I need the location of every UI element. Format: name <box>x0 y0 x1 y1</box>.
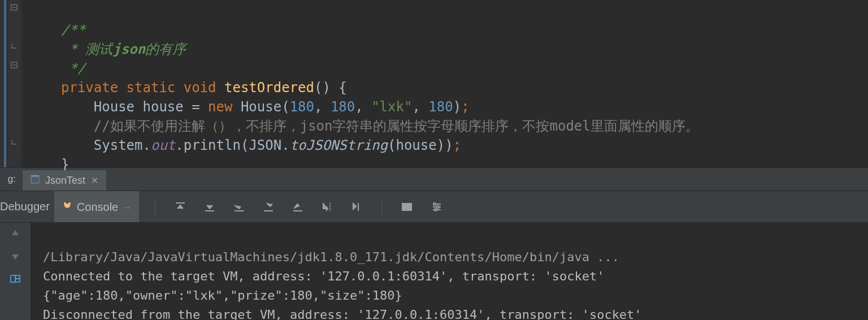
tab-console[interactable]: Console → <box>54 191 139 222</box>
console-line: /Library/Java/JavaVirtualMachines/jdk1.8… <box>43 250 619 264</box>
console-toolbar: Debugger Console → <box>0 191 868 223</box>
line-comment: //如果不使用注解（），不排序，json字符串的属性按字母顺序排序，不按mode… <box>94 118 699 134</box>
code-text: { <box>331 80 347 96</box>
code-text: = <box>184 99 208 115</box>
static-field: out <box>151 137 175 153</box>
number-literal: 180 <box>428 99 453 115</box>
run-tabbar: g: JsonTest ✕ <box>0 167 868 191</box>
console-gutter <box>0 223 31 320</box>
javadoc-star: * <box>61 41 85 57</box>
run-tab-label: JsonTest <box>45 175 85 187</box>
step-into-icon[interactable] <box>262 200 275 214</box>
tomcat-icon <box>62 201 72 214</box>
run-tab[interactable]: JsonTest ✕ <box>23 170 106 191</box>
svg-marker-23 <box>12 230 19 235</box>
method-name: testOrdered <box>224 80 314 96</box>
svg-rect-5 <box>31 175 39 177</box>
step-out-icon[interactable] <box>291 200 305 214</box>
identifier: house <box>396 137 436 153</box>
identifier: JSON <box>249 137 281 153</box>
console-tab-label: Console <box>77 201 118 214</box>
svg-rect-26 <box>15 275 20 279</box>
static-method: toJSONString <box>290 137 388 153</box>
code-text: () <box>314 80 331 96</box>
fold-toggle-icon[interactable] <box>10 3 18 11</box>
console-action-bar <box>139 191 443 222</box>
tab-debugger[interactable]: Debugger <box>0 191 54 222</box>
editor-gutter <box>0 0 21 167</box>
settings-icon[interactable] <box>429 200 443 214</box>
console-line: {"age":180,"owner":"lxk","prize":180,"si… <box>43 288 402 302</box>
svg-point-21 <box>437 206 439 208</box>
editor-pane: /** * 测试json的有序 */ private static void t… <box>0 0 868 167</box>
arrow-up-icon[interactable] <box>9 227 21 240</box>
fold-toggle-icon[interactable] <box>10 61 18 69</box>
run-toolwindow-label: g: <box>0 168 18 191</box>
method-call: println <box>184 137 241 153</box>
constructor: House <box>241 99 281 115</box>
javadoc-text: 测试 <box>85 41 112 57</box>
console-line: Connected to the target VM, address: '12… <box>43 269 604 283</box>
javadoc-text: json <box>112 41 145 57</box>
layout-icon[interactable] <box>9 273 21 285</box>
keyword: void <box>184 80 216 96</box>
svg-rect-27 <box>15 279 20 282</box>
close-icon[interactable]: ✕ <box>91 175 98 186</box>
soft-wrap-icon[interactable] <box>320 200 334 214</box>
console-output[interactable]: /Library/Java/JavaVirtualMachines/jdk1.8… <box>31 223 642 320</box>
application-icon <box>31 175 40 187</box>
console-line: Disconnected from the target VM, address… <box>43 308 642 320</box>
scroll-up-icon[interactable] <box>173 200 187 214</box>
pin-arrow-icon: → <box>123 202 131 212</box>
svg-marker-24 <box>12 254 19 260</box>
keyword: new <box>208 99 232 115</box>
identifier: System <box>94 137 143 153</box>
javadoc-close: */ <box>61 60 85 76</box>
cursor-icon[interactable] <box>350 200 363 214</box>
arrow-down-icon[interactable] <box>9 250 21 262</box>
console-pane: /Library/Java/JavaVirtualMachines/jdk1.8… <box>0 223 868 320</box>
keyword: static <box>127 80 176 96</box>
number-literal: 180 <box>331 99 355 115</box>
javadoc-open: /** <box>61 22 85 38</box>
string-literal: "lxk" <box>371 99 412 115</box>
code-area[interactable]: /** * 测试json的有序 */ private static void t… <box>21 0 699 167</box>
javadoc-text: 的有序 <box>145 41 186 57</box>
svg-rect-25 <box>11 275 15 282</box>
svg-point-22 <box>435 209 437 211</box>
number-literal: 180 <box>290 99 314 115</box>
scroll-down-icon[interactable] <box>203 200 216 214</box>
keyword: private <box>61 80 118 96</box>
fold-end-icon <box>10 138 18 146</box>
fold-end-icon <box>10 42 18 50</box>
step-over-icon[interactable] <box>232 200 246 214</box>
grid-icon[interactable] <box>400 200 414 214</box>
identifier: house <box>143 99 184 115</box>
svg-point-20 <box>433 203 436 205</box>
type: House <box>94 99 134 115</box>
